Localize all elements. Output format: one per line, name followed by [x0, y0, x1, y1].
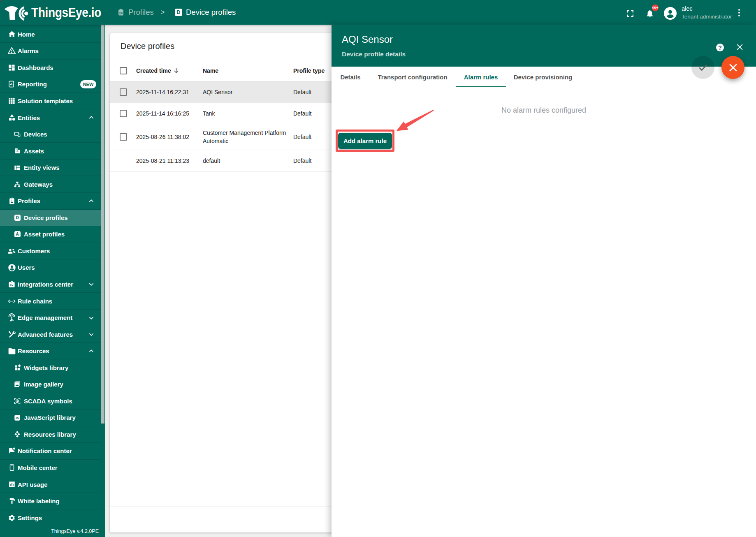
- svg-text:JS: JS: [16, 417, 19, 419]
